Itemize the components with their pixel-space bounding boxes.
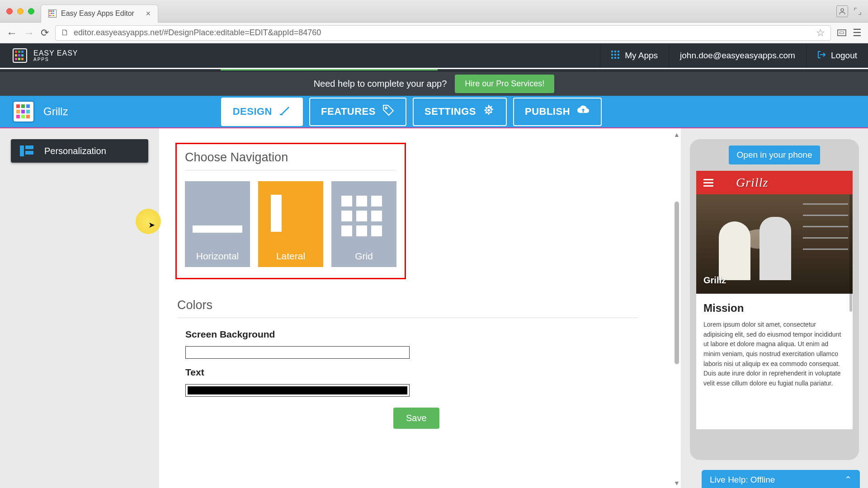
tab-features[interactable]: FEATURES <box>309 98 406 126</box>
nav-option-grid[interactable]: Grid <box>331 181 396 267</box>
help-banner: Need help to complete your app? Hire our… <box>0 72 868 96</box>
app-header: EASY EASY APPS My Apps john.doe@easyeasy… <box>0 43 868 68</box>
content-scrollbar[interactable]: ▲ ▼ <box>673 128 681 488</box>
back-button[interactable]: ← <box>6 27 17 39</box>
my-apps-link[interactable]: My Apps <box>600 43 669 68</box>
fullscreen-icon[interactable] <box>854 7 862 15</box>
tab-title: Easy Easy Apps Editor <box>61 9 134 18</box>
screen-bg-label: Screen Background <box>185 329 641 340</box>
user-email-label: john.doe@easyeasyapps.com <box>680 51 795 61</box>
browser-toolbar: ← → ⟳ 🗋 editor.easyeasyapps.net/#DesignP… <box>0 23 868 43</box>
phone-body: Mission Lorem ipsum dolor sit amet, cons… <box>696 294 853 397</box>
brand-name: EASY EASY APPS <box>33 49 78 62</box>
sidebar-item-label: Personalization <box>44 146 106 156</box>
nav-option-lateral[interactable]: Lateral <box>258 181 323 267</box>
address-bar[interactable]: 🗋 editor.easyeasyapps.net/#DesignPlace:e… <box>55 25 831 41</box>
tab-features-label: FEATURES <box>321 106 376 117</box>
help-banner-text: Need help to complete your app? <box>314 79 447 89</box>
profile-icon[interactable] <box>836 5 848 17</box>
color-value <box>188 348 407 357</box>
phone-scrollbar[interactable] <box>849 194 852 312</box>
app-badge[interactable]: Grillz <box>0 101 81 122</box>
reload-button[interactable]: ⟳ <box>41 27 49 39</box>
nav-option-horizontal[interactable]: Horizontal <box>185 181 250 267</box>
tag-icon <box>382 104 395 120</box>
color-value <box>188 386 407 394</box>
phone-app-title: Grillz <box>736 175 768 190</box>
favicon-icon <box>48 9 57 18</box>
svg-point-11 <box>385 107 387 109</box>
hamburger-menu-icon[interactable]: ☰ <box>853 27 862 39</box>
tab-publish-label: PUBLISH <box>525 106 570 117</box>
gear-icon <box>482 104 495 120</box>
svg-rect-7 <box>611 57 613 59</box>
svg-rect-3 <box>618 51 619 52</box>
nav-option-label: Horizontal <box>196 251 239 262</box>
logout-icon <box>817 51 826 61</box>
bookmark-icon[interactable]: ☆ <box>816 27 825 39</box>
svg-rect-9 <box>618 57 619 59</box>
url-text: editor.easyeasyapps.net/#DesignPlace:edi… <box>74 28 321 38</box>
open-in-phone-button[interactable]: Open in your phone <box>729 145 821 164</box>
hamburger-icon[interactable] <box>703 179 713 187</box>
app-icon <box>13 101 34 122</box>
tab-publish[interactable]: PUBLISH <box>513 98 602 126</box>
tab-settings-label: SETTINGS <box>425 106 476 117</box>
tab-settings[interactable]: SETTINGS <box>413 98 507 126</box>
app-name: Grillz <box>43 105 68 118</box>
svg-rect-4 <box>611 54 613 56</box>
my-apps-label: My Apps <box>625 51 658 61</box>
app-nav-bar: Grillz DESIGN FEATURES SETTINGS PUBLISH <box>0 96 868 128</box>
apps-grid-icon <box>611 51 619 61</box>
scroll-down-icon[interactable]: ▼ <box>674 479 680 487</box>
panel-icon[interactable] <box>837 29 846 36</box>
cloud-upload-icon <box>576 104 590 120</box>
svg-rect-2 <box>614 51 616 52</box>
phone-hero-label: Grillz <box>703 275 726 286</box>
content-area: Choose Navigation Horizontal Lateral Gri… <box>159 128 681 488</box>
user-email-link[interactable]: john.doe@easyeasyapps.com <box>669 43 806 68</box>
nav-option-label: Lateral <box>276 251 305 262</box>
svg-rect-1 <box>611 51 613 52</box>
main-layout: Personalization Choose Navigation Horizo… <box>0 128 868 488</box>
browser-tab[interactable]: Easy Easy Apps Editor × <box>41 5 158 23</box>
logout-link[interactable]: Logout <box>806 43 868 68</box>
text-color-label: Text <box>185 367 641 378</box>
brand-logo[interactable]: EASY EASY APPS <box>0 48 91 63</box>
live-help-label: Live Help: Offline <box>710 475 775 485</box>
text-color-picker[interactable] <box>185 384 410 397</box>
navigation-options: Horizontal Lateral Grid <box>185 181 396 267</box>
chevron-up-icon: ⌃ <box>844 474 852 485</box>
preview-pane: Open in your phone Grillz Grillz Mission… <box>681 128 868 488</box>
sidebar-item-personalization[interactable]: Personalization <box>11 139 148 163</box>
nav-option-label: Grid <box>355 251 373 262</box>
maximize-window-button[interactable] <box>28 8 34 14</box>
minimize-window-button[interactable] <box>17 8 24 14</box>
sidebar: Personalization <box>0 128 159 488</box>
svg-rect-10 <box>280 114 283 115</box>
layout-icon <box>20 145 33 156</box>
mission-body: Lorem ipsum dolor sit amet, consectetur … <box>703 320 845 389</box>
scrollbar-thumb[interactable] <box>675 202 679 364</box>
choose-navigation-title: Choose Navigation <box>185 150 396 170</box>
brush-icon <box>278 104 291 120</box>
forward-button: → <box>24 27 34 39</box>
screen-bg-picker[interactable] <box>185 346 410 359</box>
close-window-button[interactable] <box>6 8 13 14</box>
svg-point-0 <box>841 9 844 11</box>
save-button[interactable]: Save <box>393 408 439 429</box>
close-tab-icon[interactable]: × <box>146 9 151 19</box>
browser-titlebar: Easy Easy Apps Editor × <box>0 0 868 23</box>
cursor-icon: ➤ <box>148 220 155 230</box>
tab-design-label: DESIGN <box>233 106 272 117</box>
page-icon: 🗋 <box>61 28 69 38</box>
scroll-up-icon[interactable]: ▲ <box>674 131 680 138</box>
hire-pro-button[interactable]: Hire our Pro Services! <box>455 75 554 93</box>
window-controls <box>0 8 41 14</box>
mission-title: Mission <box>703 302 845 314</box>
logo-icon <box>13 48 27 63</box>
tab-design[interactable]: DESIGN <box>221 98 303 126</box>
colors-title: Colors <box>177 298 638 318</box>
live-help-widget[interactable]: Live Help: Offline ⌃ <box>702 470 860 488</box>
phone-screen: Grillz Grillz Mission Lorem ipsum dolor … <box>696 171 853 429</box>
